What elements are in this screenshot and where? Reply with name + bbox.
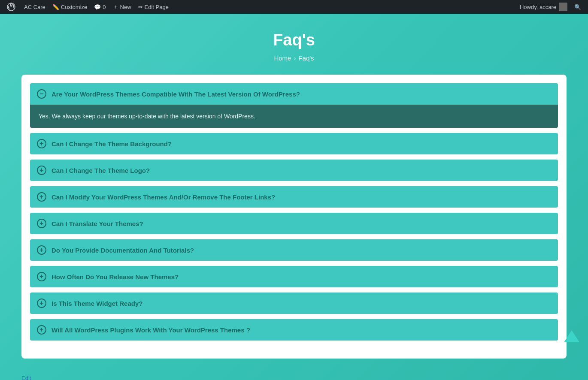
faq-item: +Can I Modify Your WordPress Themes And/… xyxy=(30,186,558,208)
breadcrumb-home[interactable]: Home xyxy=(274,54,291,62)
faq-item: +Do You Provide Documentation And Tutori… xyxy=(30,239,558,261)
faq-question-text: Are Your WordPress Themes Compatible Wit… xyxy=(52,90,300,98)
faq-question-7[interactable]: +How Often Do You Release New Themes? xyxy=(30,266,558,287)
faq-question-2[interactable]: +Can I Change The Theme Background? xyxy=(30,133,558,154)
new-label: New xyxy=(120,4,131,10)
customize-icon: ✏️ xyxy=(52,4,59,10)
edit-link-button[interactable]: Edit xyxy=(21,375,31,380)
arrow-up-icon xyxy=(564,330,579,342)
faq-question-text: Can I Change The Theme Logo? xyxy=(52,167,150,174)
faq-item: −Are Your WordPress Themes Compatible Wi… xyxy=(30,83,558,128)
faq-question-text: Is This Theme Widget Ready? xyxy=(52,300,142,307)
new-button[interactable]: ＋ New xyxy=(109,0,135,14)
edit-link-section: Edit xyxy=(0,371,588,380)
comments-count: 0 xyxy=(103,4,106,10)
admin-bar: AC Care ✏️ Customize 💬 0 ＋ New ✏ Edit Pa… xyxy=(0,0,588,14)
faq-question-6[interactable]: +Do You Provide Documentation And Tutori… xyxy=(30,239,558,261)
site-name-label: AC Care xyxy=(24,4,45,10)
faq-question-text: Can I Translate Your Themes? xyxy=(52,220,143,227)
faq-item: +Can I Change The Theme Background? xyxy=(30,133,558,154)
breadcrumb: Home › Faq's xyxy=(9,54,579,62)
faq-item: +Can I Change The Theme Logo? xyxy=(30,160,558,181)
customize-label: Customize xyxy=(61,4,87,10)
comments-icon: 💬 xyxy=(94,4,101,10)
faq-question-9[interactable]: +Will All WordPress Plugins Work With Yo… xyxy=(30,319,558,341)
breadcrumb-separator: › xyxy=(294,54,296,62)
breadcrumb-current: Faq's xyxy=(298,54,314,62)
faq-question-5[interactable]: +Can I Translate Your Themes? xyxy=(30,213,558,234)
faq-question-3[interactable]: +Can I Change The Theme Logo? xyxy=(30,160,558,181)
plus-icon: + xyxy=(37,166,46,175)
site-name-button[interactable]: AC Care xyxy=(21,0,49,14)
faq-item: +Can I Translate Your Themes? xyxy=(30,213,558,234)
faq-question-text: Can I Modify Your WordPress Themes And/O… xyxy=(52,193,275,201)
faq-question-text: Will All WordPress Plugins Work With You… xyxy=(52,326,250,334)
plus-icon: ＋ xyxy=(113,3,118,11)
faq-question-4[interactable]: +Can I Modify Your WordPress Themes And/… xyxy=(30,186,558,208)
user-avatar xyxy=(559,3,567,11)
howdy-button[interactable]: Howdy, accare xyxy=(516,0,571,14)
faq-question-1[interactable]: −Are Your WordPress Themes Compatible Wi… xyxy=(30,83,558,105)
plus-icon: + xyxy=(37,219,46,228)
edit-page-label: Edit Page xyxy=(145,4,169,10)
faq-question-text: Can I Change The Theme Background? xyxy=(52,140,172,148)
edit-page-button[interactable]: ✏ Edit Page xyxy=(135,0,172,14)
plus-icon: + xyxy=(37,272,46,281)
minus-icon: − xyxy=(37,89,46,99)
page-wrapper: Faq's Home › Faq's −Are Your WordPress T… xyxy=(0,14,588,380)
comments-button[interactable]: 💬 0 xyxy=(91,0,109,14)
faq-answer-1: Yes. We always keep our themes up-to-dat… xyxy=(30,105,558,128)
howdy-label: Howdy, accare xyxy=(520,4,556,10)
hero-section: Faq's Home › Faq's xyxy=(0,14,588,75)
customize-button[interactable]: ✏️ Customize xyxy=(49,0,91,14)
plus-icon: + xyxy=(37,139,46,148)
plus-icon: + xyxy=(37,325,46,335)
faq-container: −Are Your WordPress Themes Compatible Wi… xyxy=(21,75,567,359)
faq-question-text: Do You Provide Documentation And Tutoria… xyxy=(52,247,194,254)
faq-question-8[interactable]: +Is This Theme Widget Ready? xyxy=(30,293,558,314)
edit-icon: ✏ xyxy=(138,4,143,10)
admin-bar-right: Howdy, accare 🔍 xyxy=(516,0,585,14)
plus-icon: + xyxy=(37,245,46,255)
faq-item: +How Often Do You Release New Themes? xyxy=(30,266,558,287)
plus-icon: + xyxy=(37,299,46,308)
faq-item: +Is This Theme Widget Ready? xyxy=(30,293,558,314)
faq-question-text: How Often Do You Release New Themes? xyxy=(52,273,179,280)
page-title: Faq's xyxy=(9,31,579,49)
scroll-to-top-button[interactable] xyxy=(564,330,579,346)
faq-item: +Will All WordPress Plugins Work With Yo… xyxy=(30,319,558,341)
wordpress-icon xyxy=(7,3,15,11)
search-button[interactable]: 🔍 xyxy=(571,0,585,14)
wp-logo-button[interactable] xyxy=(3,0,21,14)
search-icon: 🔍 xyxy=(574,4,581,10)
plus-icon: + xyxy=(37,192,46,202)
